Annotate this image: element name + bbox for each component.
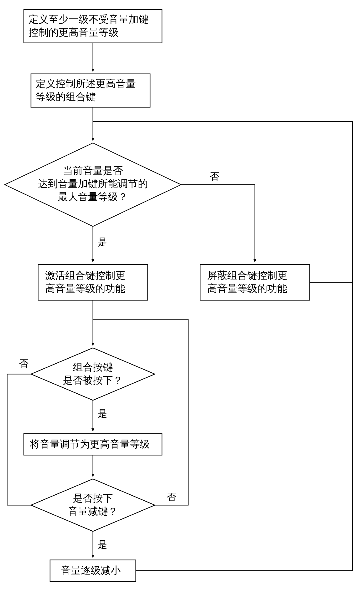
- decision3-diamond: [31, 479, 155, 531]
- step1-text-line1: 定义至少一级不受音量加键: [29, 14, 149, 25]
- decision2-diamond: [31, 348, 155, 400]
- step3-yes-line1: 激活组合键控制更: [45, 270, 125, 281]
- step4-text: 将音量调节为更高音量等级: [30, 439, 150, 450]
- decision3-text-line2: 音量减键？: [68, 506, 118, 517]
- decision3-text-line1: 是否按下: [73, 493, 113, 504]
- step5-text: 音量逐级减小: [61, 565, 121, 576]
- decision1-text-line2: 达到音量加键所能调节的: [38, 178, 148, 189]
- step3-no-line2: 高音量等级的功能: [207, 283, 287, 294]
- decision3-no-loop-line: [155, 319, 188, 505]
- decision1-text-line1: 当前音量是否: [63, 165, 123, 176]
- decision2-no-label: 否: [19, 358, 29, 369]
- decision1-no-label: 否: [210, 171, 219, 182]
- step2-text-line1: 定义控制所述更高音量: [36, 78, 136, 89]
- decision3-yes-label: 是: [98, 539, 107, 550]
- decision3-no-label: 否: [167, 491, 176, 502]
- step3-no-line1: 屏蔽组合键控制更: [207, 270, 287, 281]
- arrow-decision1-no: [181, 185, 255, 262]
- step1-text-line2: 控制的更高音量等级: [29, 27, 119, 38]
- decision1-yes-label: 是: [98, 237, 107, 247]
- decision2-text-line1: 组合按键: [73, 362, 113, 373]
- step5-loop-line: [136, 282, 353, 571]
- step2-text-line2: 等级的组合键: [36, 91, 96, 102]
- decision2-yes-label: 是: [98, 408, 107, 419]
- step3-yes-line2: 高音量等级的功能: [45, 283, 125, 294]
- decision1-text-line3: 最大音量等级？: [58, 191, 128, 202]
- decision2-text-line2: 是否被按下？: [63, 375, 123, 386]
- flowchart-canvas: 定义至少一级不受音量加键 控制的更高音量等级 定义控制所述更高音量 等级的组合键…: [0, 0, 364, 589]
